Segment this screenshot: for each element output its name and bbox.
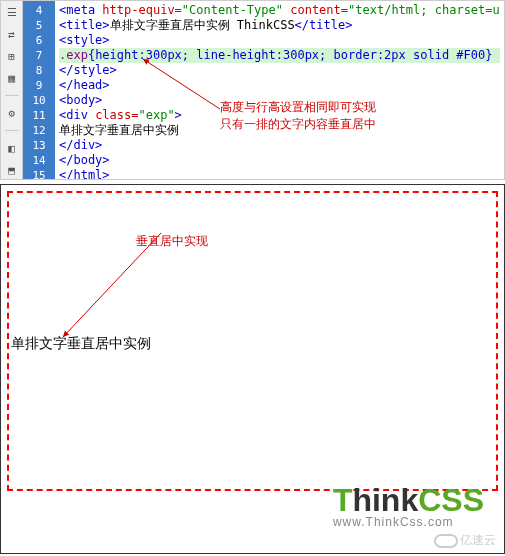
- line-number: 8: [23, 63, 55, 78]
- cloud-icon: [434, 534, 458, 548]
- code-line-highlighted: .exp{height:300px; line-height:300px; bo…: [59, 48, 500, 63]
- line-number: 7: [23, 48, 55, 63]
- line-number: 5: [23, 18, 55, 33]
- code-line: </html>: [59, 168, 500, 179]
- tool-icon-7[interactable]: ⬒: [5, 163, 19, 177]
- line-number: 6: [23, 33, 55, 48]
- example-box: 单排文字垂直居中实例: [7, 191, 498, 491]
- line-number: 9: [23, 78, 55, 93]
- code-line: </div>: [59, 138, 500, 153]
- tool-icon-2[interactable]: ⇄: [5, 27, 19, 41]
- code-content[interactable]: <meta http-equiv="Content-Type" content=…: [55, 1, 504, 179]
- brand-logo: ThinkCSS www.ThinkCss.com: [333, 482, 484, 529]
- code-line: <title>单排文字垂直居中实例 ThinkCSS</title>: [59, 18, 500, 33]
- line-number: 13: [23, 138, 55, 153]
- line-number: 12: [23, 123, 55, 138]
- tool-icon-5[interactable]: ⚙: [5, 106, 19, 120]
- line-number: 4: [23, 3, 55, 18]
- tool-icon-4[interactable]: ▦: [5, 71, 19, 85]
- code-editor: ☰ ⇄ ⊞ ▦ ⚙ ◧ ⬒ 4 5 6 7 8 9 10 11 12 13 14…: [0, 0, 505, 180]
- line-number: 10: [23, 93, 55, 108]
- toolbar-separator: [5, 95, 19, 96]
- line-number: 11: [23, 108, 55, 123]
- line-number-gutter: 4 5 6 7 8 9 10 11 12 13 14 15: [23, 1, 55, 179]
- line-number: 15: [23, 168, 55, 183]
- tool-icon-1[interactable]: ☰: [5, 5, 19, 19]
- tool-icon-6[interactable]: ◧: [5, 141, 19, 155]
- editor-toolbar: ☰ ⇄ ⊞ ▦ ⚙ ◧ ⬒: [1, 1, 23, 179]
- code-line: <meta http-equiv="Content-Type" content=…: [59, 3, 500, 18]
- tool-icon-3[interactable]: ⊞: [5, 49, 19, 63]
- annotation-text-2: 垂直居中实现: [136, 233, 208, 250]
- code-line: <style>: [59, 33, 500, 48]
- annotation-text-1: 高度与行高设置相同即可实现 只有一排的文字内容垂直居中: [220, 99, 376, 133]
- code-line: </body>: [59, 153, 500, 168]
- watermark: 亿速云: [434, 532, 496, 549]
- code-line: </head>: [59, 78, 500, 93]
- preview-pane: 单排文字垂直居中实例 垂直居中实现 ThinkCSS www.ThinkCss.…: [0, 184, 505, 554]
- example-text: 单排文字垂直居中实例: [11, 335, 151, 351]
- toolbar-separator: [5, 130, 19, 131]
- line-number: 14: [23, 153, 55, 168]
- code-line: </style>: [59, 63, 500, 78]
